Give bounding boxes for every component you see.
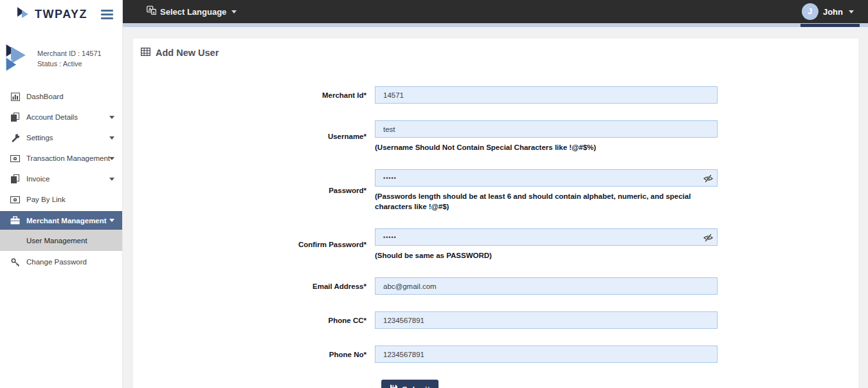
chevron-down-icon: [109, 116, 114, 119]
password-hint: (Passwords length should be at least 6 a…: [375, 191, 718, 212]
files-icon: [10, 113, 21, 122]
bar-chart-icon: [10, 93, 21, 101]
sidebar-item-dashboard[interactable]: DashBoard: [0, 86, 122, 107]
sidebar-item-label: Invoice: [26, 175, 50, 183]
sidebar-item-label: DashBoard: [26, 93, 64, 100]
sidebar-item-merchant-management[interactable]: Merchant Management: [0, 211, 122, 230]
submit-row: Submit: [133, 380, 858, 388]
avatar: J: [802, 3, 818, 20]
chevron-down-icon: [109, 219, 114, 222]
chevron-down-icon: [109, 157, 114, 160]
sidebar-item-label: Merchant Management: [26, 217, 107, 225]
brand-logo-icon: [17, 6, 31, 23]
select-language-label: Select Language: [160, 7, 226, 17]
sidebar-item-transaction-management[interactable]: Transaction Management: [0, 148, 122, 169]
form-row-merchant-id: Merchant Id*: [133, 86, 858, 104]
form-row-phone-cc: Phone CC*: [133, 311, 858, 329]
eye-slash-icon[interactable]: [703, 174, 713, 185]
sidebar-item-label: Transaction Management: [26, 154, 110, 162]
user-name: John: [823, 7, 843, 17]
merchant-info: Merchant ID : 14571 Status : Active: [0, 27, 122, 73]
user-menu-active-indicator: [800, 24, 860, 27]
username-field[interactable]: [375, 120, 718, 138]
sidebar-item-settings[interactable]: Settings: [0, 127, 122, 148]
wrench-icon: [10, 133, 21, 142]
email-label: Email Address*: [133, 282, 366, 290]
phone-no-field[interactable]: [375, 346, 718, 363]
phone-no-label: Phone No*: [133, 351, 366, 358]
hamburger-menu-icon[interactable]: [100, 8, 114, 21]
add-user-form: Merchant Id* Username* (Username Should …: [133, 65, 858, 388]
language-icon: A a: [147, 6, 156, 17]
sidebar-item-label: User Management: [26, 237, 87, 245]
merchant-id-text: Merchant ID : 14571: [37, 48, 102, 59]
password-label: Password*: [133, 187, 366, 194]
page-title: Add New User: [156, 48, 219, 58]
merchant-logo-icon: [5, 44, 30, 73]
phone-cc-label: Phone CC*: [133, 317, 366, 324]
eye-slash-icon[interactable]: [703, 233, 713, 245]
confirm-password-field[interactable]: [375, 228, 718, 246]
user-menu-dropdown[interactable]: J John: [802, 3, 859, 20]
briefcase-icon: [10, 216, 21, 225]
form-row-phone-no: Phone No*: [133, 346, 858, 363]
phone-cc-field[interactable]: [375, 311, 718, 329]
topbar: A a Select Language J John: [123, 0, 868, 23]
app-window: TWPAYZ Merchant ID : 14571 Status : Acti…: [0, 0, 868, 388]
submit-label: Submit: [402, 385, 430, 388]
sidebar-item-invoice[interactable]: Invoice: [0, 169, 122, 189]
banknote-icon: [10, 155, 21, 162]
username-label: Username*: [133, 133, 366, 140]
email-field[interactable]: [375, 277, 718, 295]
merchant-id-label: Merchant Id*: [133, 91, 366, 99]
sidebar-header: TWPAYZ: [0, 0, 122, 27]
sidebar: TWPAYZ Merchant ID : 14571 Status : Acti…: [0, 0, 123, 388]
form-row-confirm-password: Confirm Password* (Should be same as PAS: [133, 228, 858, 261]
merchant-id-field[interactable]: [375, 86, 718, 104]
topbar-underline-strip: [123, 23, 868, 27]
sidebar-item-user-management[interactable]: User Management: [0, 230, 122, 251]
form-row-username: Username* (Username Should Not Contain S…: [133, 120, 858, 152]
merchant-status-text: Status : Active: [37, 59, 102, 69]
banknote-icon: [10, 196, 21, 203]
chevron-down-icon: [231, 10, 237, 14]
key-icon: [10, 258, 21, 266]
sidebar-item-label: Settings: [26, 134, 53, 142]
save-icon: [390, 384, 398, 388]
chevron-down-icon: [109, 178, 114, 181]
username-hint: (Username Should Not Contain Special Cha…: [375, 142, 718, 152]
submit-button[interactable]: Submit: [381, 380, 439, 388]
select-language-dropdown[interactable]: A a Select Language: [147, 6, 237, 17]
chevron-down-icon: [109, 136, 114, 140]
sidebar-item-change-password[interactable]: Change Password: [0, 252, 122, 272]
sidebar-item-pay-by-link[interactable]: Pay By Link: [0, 189, 122, 210]
sidebar-nav: DashBoard Account Details: [0, 86, 122, 272]
chevron-down-icon: [849, 10, 854, 14]
main-content: Add New User Merchant Id* Username* (Use…: [123, 27, 868, 388]
password-field[interactable]: [375, 169, 718, 187]
brand-name: TWPAYZ: [35, 8, 87, 21]
sidebar-item-account-details[interactable]: Account Details: [0, 107, 122, 127]
form-row-password: Password* (Passwords length should be at: [133, 169, 858, 212]
brand-logo[interactable]: TWPAYZ: [17, 6, 87, 23]
sidebar-item-label: Account Details: [26, 113, 78, 121]
confirm-password-label: Confirm Password*: [133, 241, 366, 248]
sidebar-item-label: Pay By Link: [26, 196, 66, 203]
sidebar-item-label: Change Password: [26, 258, 87, 266]
table-grid-icon: [141, 47, 150, 59]
files-icon: [10, 174, 21, 183]
card-header: Add New User: [133, 39, 858, 65]
add-new-user-card: Add New User Merchant Id* Username* (Use…: [133, 39, 858, 388]
confirm-password-hint: (Should be same as PASSWORD): [375, 250, 718, 261]
form-row-email: Email Address*: [133, 277, 858, 295]
